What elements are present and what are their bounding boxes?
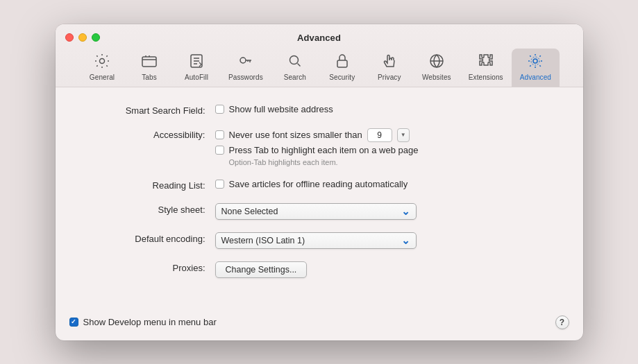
smart-search-control: Show full website address [215,104,333,114]
close-button[interactable] [65,33,74,42]
accessibility-hint: Option-Tab highlights each item. [229,158,419,166]
accessibility-control: Never use font sizes smaller than ▼ Pres… [215,128,419,166]
proxies-label: Proxies: [83,261,215,273]
key-icon [237,53,254,72]
accessibility-row: Accessibility: Never use font sizes smal… [83,128,555,166]
tab-websites-label: Websites [422,73,451,81]
traffic-lights [65,33,100,42]
svg-point-7 [533,59,537,63]
reading-list-label: Reading List: [83,179,215,191]
reading-list-row: Reading List: Save articles for offline … [83,179,555,191]
tab-autofill[interactable]: AutoFill [173,49,220,87]
encoding-dropdown[interactable]: Western (ISO Latin 1) ⌄ [215,232,417,249]
style-sheet-label: Style sheet: [83,203,215,215]
accessibility-label: Accessibility: [83,128,215,140]
smart-search-checkbox-label: Show full website address [229,104,333,114]
window-title: Advanced [297,33,341,43]
font-size-dropdown-arrow: ▼ [401,132,406,138]
proxies-change-button[interactable]: Change Settings... [215,261,308,278]
svg-rect-5 [337,60,347,67]
autofill-icon [188,53,205,72]
tab-websites[interactable]: Websites [413,49,460,87]
smart-search-row: Smart Search Field: Show full website ad… [83,104,555,116]
reading-list-control: Save articles for offline reading automa… [215,179,408,189]
fullscreen-button[interactable] [92,33,100,42]
proxies-control: Change Settings... [215,261,308,278]
hand-icon [381,53,398,72]
svg-point-4 [289,55,298,64]
svg-point-3 [240,58,246,63]
lock-icon [334,53,351,72]
font-size-dropdown[interactable]: ▼ [397,128,410,142]
tab-security[interactable]: Security [319,49,366,87]
tab-extensions[interactable]: Extensions [460,49,512,87]
tab-search-label: Search [284,73,306,81]
style-sheet-value: None Selected [221,207,278,216]
title-bar: Advanced General T [56,24,583,87]
tabs-icon [141,53,158,72]
encoding-control: Western (ISO Latin 1) ⌄ [215,232,417,249]
smart-search-checkbox[interactable] [215,105,224,114]
encoding-value: Western (ISO Latin 1) [221,236,305,245]
svg-rect-1 [142,57,156,67]
font-size-row: Never use font sizes smaller than ▼ [215,128,419,142]
svg-point-0 [99,58,104,63]
tab-tabs-label: Tabs [142,73,157,81]
develop-menu-label: Show Develop menu in menu bar [83,317,217,327]
reading-list-checkbox-label: Save articles for offline reading automa… [229,179,408,189]
minimize-button[interactable] [78,33,87,42]
tab-privacy-label: Privacy [378,73,401,81]
bottom-bar: Show Develop menu in menu bar ? [56,307,583,340]
smart-search-checkbox-row: Show full website address [215,104,333,114]
tab-general-label: General [90,73,115,81]
settings-content: Smart Search Field: Show full website ad… [56,87,583,307]
tab-tabs[interactable]: Tabs [126,49,173,87]
proxies-row: Proxies: Change Settings... [83,261,555,278]
style-sheet-row: Style sheet: None Selected ⌄ [83,203,555,220]
smart-search-label: Smart Search Field: [83,104,215,116]
reading-list-checkbox[interactable] [215,180,224,189]
tab-advanced-label: Advanced [520,73,551,81]
tab-general[interactable]: General [78,49,126,87]
tab-extensions-label: Extensions [469,73,503,81]
svg-point-8 [531,57,539,65]
gear-icon [94,53,110,72]
reading-list-checkbox-row: Save articles for offline reading automa… [215,179,408,189]
encoding-row: Default encoding: Western (ISO Latin 1) … [83,232,555,249]
encoding-dropdown-arrow: ⌄ [401,234,410,247]
tab-highlight-label: Press Tab to highlight each item on a we… [229,145,419,155]
develop-menu-row: Show Develop menu in menu bar [69,317,217,327]
font-size-label: Never use font sizes smaller than [229,130,362,140]
encoding-label: Default encoding: [83,232,215,244]
develop-menu-checkbox[interactable] [69,318,78,327]
tab-privacy[interactable]: Privacy [366,49,413,87]
puzzle-icon [478,53,494,72]
tab-advanced[interactable]: Advanced [512,49,560,87]
tab-search[interactable]: Search [271,49,319,87]
tab-passwords-label: Passwords [228,73,263,81]
tab-security-label: Security [329,73,355,81]
tab-autofill-label: AutoFill [185,73,208,81]
toolbar: General Tabs [72,49,566,87]
tab-passwords[interactable]: Passwords [220,49,271,87]
style-sheet-dropdown[interactable]: None Selected ⌄ [215,203,417,220]
globe-icon [428,53,445,72]
font-size-input[interactable] [367,128,392,142]
advanced-icon [527,53,544,72]
style-sheet-control: None Selected ⌄ [215,203,417,220]
help-button[interactable]: ? [555,315,569,329]
style-sheet-dropdown-arrow: ⌄ [401,205,410,218]
preferences-window: Advanced General T [56,24,583,340]
tab-highlight-row: Press Tab to highlight each item on a we… [215,145,419,155]
font-size-checkbox[interactable] [215,130,224,139]
search-icon [287,53,303,72]
tab-highlight-checkbox[interactable] [215,146,224,155]
